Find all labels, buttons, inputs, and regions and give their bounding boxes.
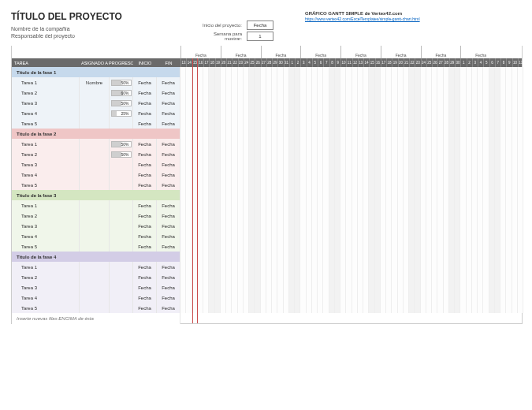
task-assigned[interactable] <box>80 88 110 98</box>
task-start[interactable]: Fecha <box>133 180 157 190</box>
task-start[interactable]: Fecha <box>133 108 157 118</box>
task-end[interactable]: Fecha <box>157 170 180 180</box>
task-assigned[interactable] <box>80 262 110 272</box>
task-progress[interactable] <box>110 221 133 231</box>
task-start[interactable]: Fecha <box>133 118 157 129</box>
task-name[interactable]: Tarea 5 <box>12 303 80 313</box>
task-name[interactable]: Tarea 3 <box>12 221 80 231</box>
task-start[interactable]: Fecha <box>133 170 157 180</box>
task-end[interactable]: Fecha <box>157 262 180 272</box>
task-start[interactable]: Fecha <box>133 293 157 303</box>
task-name[interactable]: Tarea 1 <box>12 262 80 272</box>
task-progress[interactable]: 50% <box>110 77 133 88</box>
task-name[interactable]: Tarea 1 <box>12 77 80 88</box>
task-assigned[interactable] <box>80 108 110 118</box>
task-assigned[interactable] <box>80 200 110 211</box>
task-assigned[interactable] <box>80 282 110 293</box>
task-progress[interactable] <box>110 211 133 221</box>
task-assigned[interactable] <box>80 221 110 231</box>
task-progress[interactable] <box>110 303 133 313</box>
task-assigned[interactable] <box>80 118 110 129</box>
task-start[interactable]: Fecha <box>133 303 157 313</box>
task-progress[interactable]: 50% <box>110 149 133 159</box>
task-assigned[interactable] <box>80 211 110 221</box>
task-name[interactable]: Tarea 2 <box>12 88 80 98</box>
task-start[interactable]: Fecha <box>133 282 157 293</box>
task-progress[interactable] <box>110 180 133 190</box>
task-name[interactable]: Tarea 2 <box>12 149 80 159</box>
task-end[interactable]: Fecha <box>157 221 180 231</box>
task-progress[interactable] <box>110 118 133 129</box>
task-name[interactable]: Tarea 4 <box>12 170 80 180</box>
task-progress[interactable] <box>110 293 133 303</box>
task-progress[interactable] <box>110 262 133 272</box>
task-name[interactable]: Tarea 4 <box>12 293 80 303</box>
task-start[interactable]: Fecha <box>133 200 157 211</box>
task-name[interactable]: Tarea 1 <box>12 200 80 211</box>
task-assigned[interactable] <box>80 170 110 180</box>
task-start[interactable]: Fecha <box>133 262 157 272</box>
task-assigned[interactable] <box>80 241 110 252</box>
task-start[interactable]: Fecha <box>133 221 157 231</box>
task-assigned[interactable] <box>80 180 110 190</box>
task-end[interactable]: Fecha <box>157 293 180 303</box>
task-end[interactable]: Fecha <box>157 118 180 129</box>
task-end[interactable]: Fecha <box>157 282 180 293</box>
task-end[interactable]: Fecha <box>157 159 180 170</box>
task-start[interactable]: Fecha <box>133 98 157 108</box>
task-end[interactable]: Fecha <box>157 139 180 149</box>
task-start[interactable]: Fecha <box>133 88 157 98</box>
task-assigned[interactable] <box>80 159 110 170</box>
task-end[interactable]: Fecha <box>157 303 180 313</box>
task-progress[interactable] <box>110 200 133 211</box>
task-end[interactable]: Fecha <box>157 180 180 190</box>
task-progress[interactable] <box>110 241 133 252</box>
task-progress[interactable] <box>110 282 133 293</box>
task-assigned[interactable] <box>80 139 110 149</box>
task-assigned[interactable] <box>80 231 110 241</box>
task-end[interactable]: Fecha <box>157 231 180 241</box>
task-assigned[interactable] <box>80 149 110 159</box>
week-to-show-input[interactable]: 1 <box>247 32 273 41</box>
task-assigned[interactable] <box>80 293 110 303</box>
task-start[interactable]: Fecha <box>133 272 157 282</box>
credit-link[interactable]: https://www.vertex42.com/ExcelTemplates/… <box>305 17 420 21</box>
task-name[interactable]: Tarea 5 <box>12 241 80 252</box>
task-end[interactable]: Fecha <box>157 272 180 282</box>
task-end[interactable]: Fecha <box>157 149 180 159</box>
task-progress[interactable] <box>110 231 133 241</box>
task-end[interactable]: Fecha <box>157 108 180 118</box>
task-progress[interactable]: 25% <box>110 108 133 118</box>
task-name[interactable]: Tarea 2 <box>12 211 80 221</box>
task-name[interactable]: Tarea 5 <box>12 180 80 190</box>
task-name[interactable]: Tarea 5 <box>12 118 80 129</box>
task-end[interactable]: Fecha <box>157 88 180 98</box>
task-name[interactable]: Tarea 2 <box>12 272 80 282</box>
task-assigned[interactable] <box>80 98 110 108</box>
task-end[interactable]: Fecha <box>157 200 180 211</box>
task-progress[interactable] <box>110 159 133 170</box>
task-end[interactable]: Fecha <box>157 98 180 108</box>
task-name[interactable]: Tarea 1 <box>12 139 80 149</box>
task-start[interactable]: Fecha <box>133 139 157 149</box>
task-progress[interactable]: 50% <box>110 139 133 149</box>
task-name[interactable]: Tarea 3 <box>12 98 80 108</box>
task-progress[interactable]: 60% <box>110 88 133 98</box>
task-assigned[interactable] <box>80 303 110 313</box>
task-assigned[interactable] <box>80 272 110 282</box>
task-start[interactable]: Fecha <box>133 149 157 159</box>
task-end[interactable]: Fecha <box>157 241 180 252</box>
task-start[interactable]: Fecha <box>133 231 157 241</box>
task-name[interactable]: Tarea 3 <box>12 282 80 293</box>
task-start[interactable]: Fecha <box>133 159 157 170</box>
task-progress[interactable]: 50% <box>110 98 133 108</box>
task-start[interactable]: Fecha <box>133 211 157 221</box>
task-name[interactable]: Tarea 3 <box>12 159 80 170</box>
task-start[interactable]: Fecha <box>133 77 157 88</box>
task-name[interactable]: Tarea 4 <box>12 108 80 118</box>
task-name[interactable]: Tarea 4 <box>12 231 80 241</box>
task-progress[interactable] <box>110 170 133 180</box>
task-start[interactable]: Fecha <box>133 241 157 252</box>
start-date-input[interactable]: Fecha <box>247 20 273 30</box>
task-end[interactable]: Fecha <box>157 211 180 221</box>
